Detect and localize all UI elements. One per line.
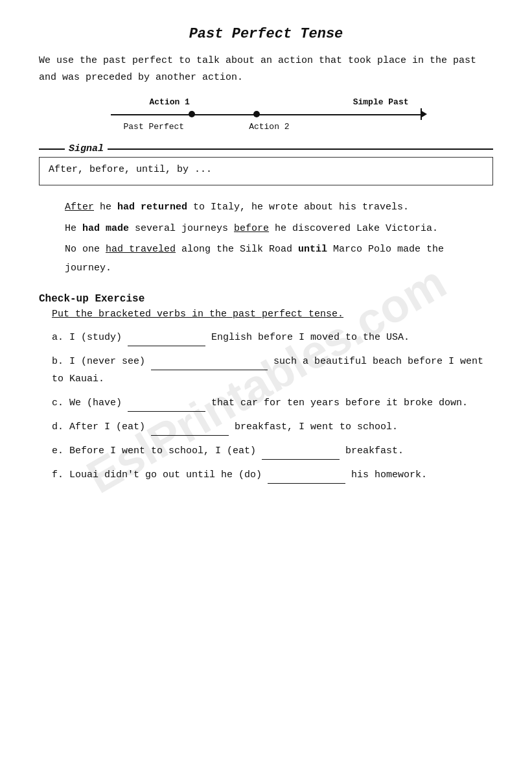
exercise-b-blank[interactable] <box>151 361 268 370</box>
exercise-a-label: a. <box>52 332 64 343</box>
example2-before: before <box>234 223 269 234</box>
exercise-e-label: e. <box>52 445 64 456</box>
exercise-c-label: c. <box>52 397 64 409</box>
signal-content: After, before, until, by ... <box>49 164 212 175</box>
timeline: Action 1 Simple Past Past Perfect Action… <box>39 97 493 132</box>
exercise-d-blank[interactable] <box>151 426 229 436</box>
example-line-1: After he had returned to Italy, he wrote… <box>65 198 493 217</box>
exercise-b: b. I (never see) such a beautiful beach … <box>52 353 493 388</box>
example2-verb: had made <box>82 223 129 234</box>
signal-section: Signal After, before, until, by ... <box>39 143 493 185</box>
timeline-line <box>111 114 422 115</box>
exercise-f-label: f. <box>52 469 64 480</box>
checkup-title: Check-up Exercise <box>39 293 493 305</box>
signal-line-right <box>108 148 493 150</box>
exercise-f: f. Louai didn't go out until he (do) his… <box>52 466 493 484</box>
timeline-dot-action2 <box>253 111 260 117</box>
example3-verb: had traveled <box>106 244 176 255</box>
checkup-instruction: Put the bracketed verbs in the past perf… <box>52 309 493 320</box>
examples-section: After he had returned to Italy, he wrote… <box>65 198 493 278</box>
example1-after: After <box>65 202 94 213</box>
timeline-label-action1: Action 1 <box>150 97 190 107</box>
signal-box: After, before, until, by ... <box>39 157 493 185</box>
exercise-d: d. After I (eat) breakfast, I went to sc… <box>52 418 493 436</box>
timeline-dot-action1 <box>189 111 195 117</box>
signal-title-row: Signal <box>39 143 493 154</box>
exercise-a-blank[interactable] <box>128 337 205 346</box>
example1-verb: had returned <box>117 202 187 213</box>
example-line-3: No one had traveled along the Silk Road … <box>65 241 493 278</box>
signal-title: Signal <box>69 143 104 154</box>
exercise-b-label: b. <box>52 356 64 367</box>
page-title: Past Perfect Tense <box>39 26 493 42</box>
intro-paragraph: We use the past perfect to talk about an… <box>39 53 493 86</box>
exercise-e-blank[interactable] <box>262 450 340 460</box>
exercise-c-blank[interactable] <box>128 402 205 412</box>
exercise-d-label: d. <box>52 421 64 432</box>
exercise-a: a. I (study) English before I moved to t… <box>52 329 493 346</box>
exercise-e: e. Before I went to school, I (eat) brea… <box>52 442 493 460</box>
timeline-label-past-perfect: Past Perfect <box>124 122 185 132</box>
timeline-line-row <box>111 108 422 120</box>
exercise-c: c. We (have) that car for ten years befo… <box>52 394 493 412</box>
timeline-label-action2: Action 2 <box>249 122 289 132</box>
exercise-f-blank[interactable] <box>268 474 345 484</box>
example3-until: until <box>298 244 327 255</box>
timeline-label-simple-past: Simple Past <box>353 97 409 107</box>
signal-line-left <box>39 148 65 150</box>
example-line-2: He had made several journeys before he d… <box>65 220 493 239</box>
checkup-section: Check-up Exercise Put the bracketed verb… <box>39 293 493 484</box>
timeline-arrow <box>421 110 427 118</box>
